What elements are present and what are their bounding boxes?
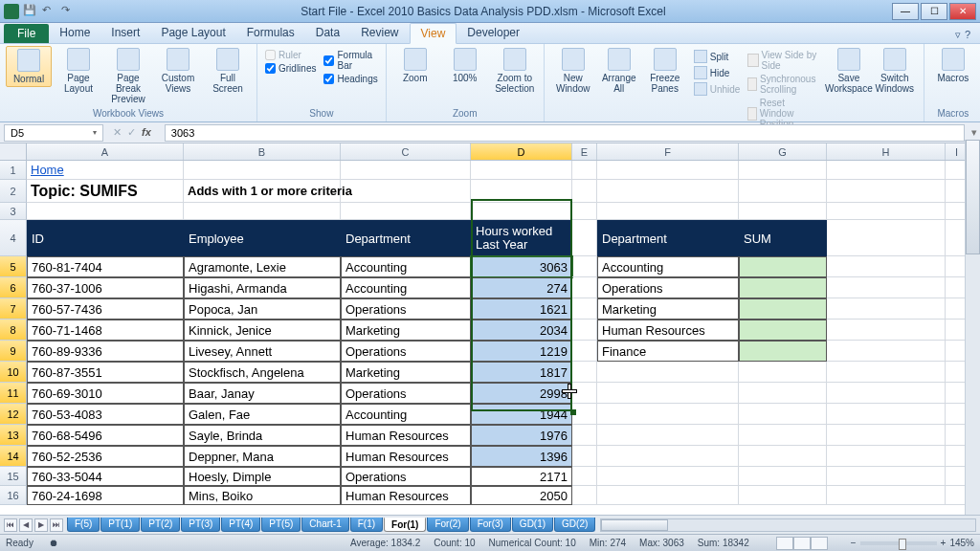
cell[interactable]: Accounting — [341, 404, 471, 425]
cell[interactable] — [27, 203, 184, 220]
undo-icon[interactable]: ↶ — [42, 4, 57, 19]
cell[interactable] — [739, 180, 827, 203]
col-header-C[interactable]: C — [341, 143, 471, 160]
cell[interactable] — [597, 362, 739, 383]
tab-nav-last[interactable]: ⏭ — [50, 518, 63, 532]
expand-formula-icon[interactable]: ▾ — [969, 126, 980, 139]
cell[interactable] — [572, 180, 597, 203]
cell[interactable] — [739, 467, 827, 486]
cell[interactable]: 2998 — [471, 383, 572, 404]
cell[interactable] — [572, 425, 597, 446]
cell[interactable] — [341, 203, 471, 220]
cell[interactable] — [827, 298, 946, 320]
row-header-9[interactable]: 9 — [0, 341, 27, 362]
view-break-icon[interactable] — [811, 537, 828, 550]
cell[interactable] — [572, 383, 597, 404]
tab-data[interactable]: Data — [305, 23, 350, 43]
cell[interactable]: Home — [27, 161, 184, 180]
cell[interactable] — [597, 404, 739, 425]
custom-views-button[interactable]: Custom Views — [155, 46, 201, 96]
check-headings[interactable]: Headings — [323, 74, 377, 84]
row-header-13[interactable]: 13 — [0, 425, 27, 446]
cell[interactable]: 1976 — [471, 425, 572, 446]
cell[interactable]: Baar, Janay — [184, 383, 341, 404]
cell[interactable] — [739, 446, 827, 467]
cell[interactable] — [572, 446, 597, 467]
cell[interactable]: 760-33-5044 — [27, 467, 184, 486]
cell[interactable]: Deppner, Mana — [184, 446, 341, 467]
normal-button[interactable]: Normal — [6, 46, 52, 87]
sheet-tab-pt(5)[interactable]: PT(5) — [261, 518, 301, 532]
cell[interactable]: Operations — [341, 383, 471, 404]
check-formula-bar[interactable]: Formula Bar — [323, 50, 377, 71]
fx-icon[interactable]: fx — [142, 126, 151, 139]
cell[interactable] — [739, 298, 827, 320]
cell[interactable] — [827, 203, 946, 220]
cell[interactable] — [471, 180, 572, 203]
cell[interactable]: 760-69-3010 — [27, 383, 184, 404]
cell[interactable]: Agramonte, Lexie — [184, 256, 341, 277]
col-header-F[interactable]: F — [597, 143, 739, 160]
save-icon[interactable]: 💾 — [23, 4, 38, 19]
cell[interactable]: 760-52-2536 — [27, 446, 184, 467]
page-layout-button[interactable]: Page Layout — [56, 46, 101, 96]
view-layout-icon[interactable] — [793, 537, 811, 550]
cell[interactable] — [572, 161, 597, 180]
quick-access-toolbar[interactable]: 💾 ↶ ↷ — [23, 4, 77, 19]
row-header-11[interactable]: 11 — [0, 383, 27, 404]
column-headers[interactable]: ABCDEFGHI — [0, 143, 980, 161]
cell[interactable] — [827, 486, 946, 505]
cell[interactable]: 760-89-9336 — [27, 341, 184, 362]
formula-bar[interactable]: 3063 — [165, 124, 965, 142]
cell[interactable]: Human Resources — [597, 320, 739, 341]
cell[interactable] — [597, 486, 739, 505]
cell[interactable]: ID — [27, 220, 184, 256]
cell[interactable]: Popoca, Jan — [184, 298, 341, 320]
tab-developer[interactable]: Developer — [457, 23, 530, 43]
cell[interactable] — [739, 425, 827, 446]
tab-review[interactable]: Review — [350, 23, 409, 43]
maximize-button[interactable]: ☐ — [921, 3, 947, 20]
cell[interactable]: 274 — [471, 277, 572, 298]
cell[interactable] — [471, 161, 572, 180]
cell[interactable]: 2034 — [471, 320, 572, 341]
view-normal-icon[interactable] — [776, 537, 793, 550]
cell[interactable]: Marketing — [597, 298, 739, 320]
cell[interactable] — [572, 467, 597, 486]
cell[interactable] — [597, 446, 739, 467]
cell[interactable]: Sayle, Brinda — [184, 425, 341, 446]
cell[interactable]: 2050 — [471, 486, 572, 505]
new-window-button[interactable]: New Window — [550, 46, 596, 96]
cell[interactable] — [739, 277, 827, 298]
cell[interactable]: 760-53-4083 — [27, 404, 184, 425]
row-header-3[interactable]: 3 — [0, 203, 27, 220]
cell[interactable] — [572, 486, 597, 505]
row-header-15[interactable]: 15 — [0, 467, 27, 486]
cell[interactable]: 760-57-7436 — [27, 298, 184, 320]
tab-home[interactable]: Home — [49, 23, 100, 43]
cell[interactable]: 760-71-1468 — [27, 320, 184, 341]
cell[interactable]: Accounting — [341, 256, 471, 277]
cancel-formula-icon[interactable]: ✕ — [113, 126, 122, 139]
sheet-tab-gd(1)[interactable]: GD(1) — [512, 518, 553, 532]
col-header-A[interactable]: A — [27, 143, 184, 160]
sheet-tab-for(2)[interactable]: For(2) — [427, 518, 468, 532]
cell[interactable] — [827, 446, 946, 467]
cell[interactable] — [739, 203, 827, 220]
row-header-6[interactable]: 6 — [0, 277, 27, 298]
cell[interactable] — [341, 161, 471, 180]
cell[interactable] — [572, 341, 597, 362]
cell[interactable] — [597, 383, 739, 404]
cell[interactable] — [827, 180, 946, 203]
cell[interactable]: Human Resources — [341, 486, 471, 505]
sheet-tab-f(1)[interactable]: F(1) — [350, 518, 383, 532]
sheet-tab-chart-1[interactable]: Chart-1 — [301, 518, 348, 532]
cell[interactable]: 1944 — [471, 404, 572, 425]
select-all-corner[interactable] — [0, 143, 27, 160]
macro-record-icon[interactable]: ⏺ — [49, 538, 58, 548]
page-break-preview-button[interactable]: Page Break Preview — [105, 46, 151, 106]
redo-icon[interactable]: ↷ — [61, 4, 77, 19]
sheet-tab-f(5)[interactable]: F(5) — [67, 518, 100, 532]
cell[interactable] — [597, 180, 739, 203]
cell[interactable]: Kinnick, Jenice — [184, 320, 341, 341]
